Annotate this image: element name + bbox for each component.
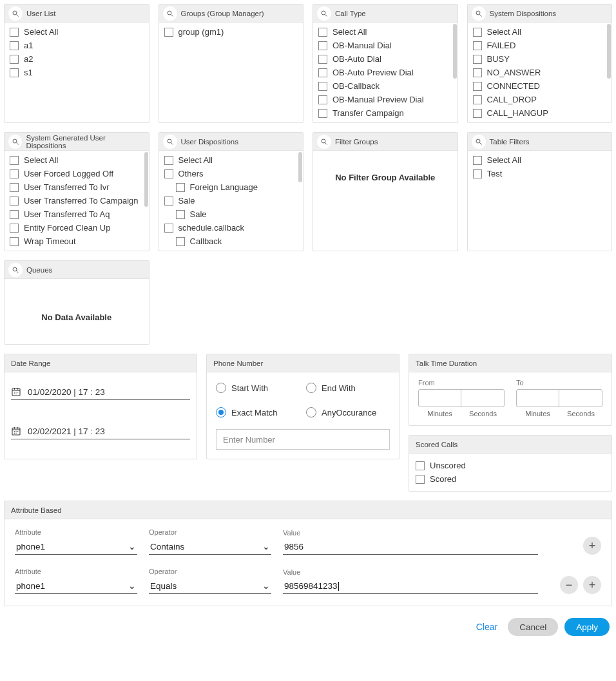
list-item[interactable]: OB-Callback (313, 79, 457, 93)
checkbox-icon[interactable] (10, 169, 19, 178)
radio-exact-match[interactable]: Exact Match (216, 407, 300, 417)
list-item[interactable]: Select All (468, 25, 612, 39)
search-icon[interactable] (472, 6, 486, 21)
radio-start-with[interactable]: Start With (216, 383, 300, 393)
clear-button[interactable]: Clear (472, 618, 501, 636)
operator-select[interactable]: Equals⌄ (149, 578, 271, 594)
list-item[interactable]: Callback (159, 235, 303, 248)
list-item[interactable]: User Transferred To Aq (5, 207, 149, 221)
radio-icon[interactable] (306, 407, 316, 417)
list-item[interactable]: BUSY (468, 52, 612, 66)
checkbox-icon[interactable] (473, 156, 482, 165)
add-row-button[interactable]: + (583, 576, 601, 594)
panel-body[interactable]: Select All Others Foreign Language Sale … (159, 151, 303, 251)
checkbox-icon[interactable] (176, 183, 185, 192)
checkbox-icon[interactable] (473, 28, 482, 37)
list-item[interactable]: Foreign Language (159, 180, 303, 194)
radio-any-occurance[interactable]: AnyOccurance (306, 407, 390, 417)
checkbox-icon[interactable] (473, 95, 482, 104)
search-icon[interactable] (163, 135, 177, 149)
list-item[interactable]: Select All (5, 25, 149, 39)
cancel-button[interactable]: Cancel (508, 618, 558, 636)
checkbox-icon[interactable] (10, 41, 19, 50)
checkbox-icon[interactable] (473, 68, 482, 77)
checkbox-icon[interactable] (10, 55, 19, 64)
list-item[interactable]: Entity Forced Clean Up (5, 221, 149, 235)
to-inputs[interactable] (516, 389, 602, 407)
radio-icon[interactable] (216, 383, 226, 393)
attribute-select[interactable]: phone1⌄ (15, 539, 137, 555)
checkbox-icon[interactable] (473, 82, 482, 91)
checkbox-icon[interactable] (318, 95, 327, 104)
radio-end-with[interactable]: End With (306, 383, 390, 393)
radio-icon[interactable] (306, 383, 316, 393)
list-item[interactable]: User Transferred To Ivr (5, 180, 149, 194)
list-item[interactable]: Others (159, 167, 303, 180)
date-to-input[interactable]: 02/02/2021 | 17 : 23 (11, 422, 190, 439)
checkbox-icon[interactable] (10, 224, 19, 233)
checkbox-icon[interactable] (473, 109, 482, 118)
list-item[interactable]: Wrap Timeout (5, 235, 149, 248)
value-input[interactable]: 9856 (283, 539, 538, 555)
search-icon[interactable] (317, 6, 331, 21)
list-item[interactable]: Test (468, 167, 612, 180)
add-row-button[interactable]: + (583, 537, 601, 555)
search-icon[interactable] (163, 6, 177, 21)
checkbox-icon[interactable] (10, 28, 19, 37)
list-item[interactable]: OB-Auto Preview Dial (313, 66, 457, 79)
list-item[interactable]: CALL_DROP (468, 93, 612, 106)
checkbox-icon[interactable] (164, 197, 173, 206)
checkbox-icon[interactable] (164, 28, 173, 37)
attribute-select[interactable]: phone1⌄ (15, 578, 137, 594)
panel-body[interactable]: Select All FAILED BUSY NO_ANSWER CONNECT… (468, 23, 612, 122)
checkbox-icon[interactable] (10, 156, 19, 165)
list-item[interactable]: User Transferred To Campaign (5, 194, 149, 207)
checkbox-icon[interactable] (10, 68, 19, 77)
list-item[interactable]: group (gm1) (159, 25, 303, 39)
checkbox-icon[interactable] (164, 156, 173, 165)
checkbox-icon[interactable] (473, 169, 482, 178)
date-from-input[interactable]: 01/02/2020 | 17 : 23 (11, 383, 190, 400)
search-icon[interactable] (8, 135, 22, 149)
checkbox-icon[interactable] (473, 41, 482, 50)
list-item[interactable]: Sale (159, 194, 303, 207)
number-input[interactable]: Enter Number (216, 429, 390, 450)
list-item[interactable]: Sale (159, 207, 303, 221)
list-item[interactable]: CONNECTED (468, 79, 612, 93)
panel-body[interactable]: Select All User Forced Logged Off User T… (5, 151, 149, 251)
checkbox-icon[interactable] (176, 237, 185, 246)
list-item[interactable]: Select All (313, 25, 457, 39)
search-icon[interactable] (317, 135, 331, 149)
checkbox-icon[interactable] (318, 109, 327, 118)
list-item[interactable]: Scored (410, 472, 610, 486)
checkbox-icon[interactable] (318, 28, 327, 37)
list-item[interactable]: User Forced Logged Off (5, 167, 149, 180)
checkbox-icon[interactable] (176, 210, 185, 219)
checkbox-icon[interactable] (416, 461, 425, 470)
value-input[interactable]: 98569841233 (283, 579, 538, 594)
list-item[interactable]: OB-Auto Dial (313, 52, 457, 66)
checkbox-icon[interactable] (318, 41, 327, 50)
checkbox-icon[interactable] (318, 82, 327, 91)
list-item[interactable]: OB-Manual Preview Dial (313, 93, 457, 106)
list-item[interactable]: a1 (5, 39, 149, 52)
checkbox-icon[interactable] (10, 237, 19, 246)
list-item[interactable]: Transfer Campaign (313, 106, 457, 120)
list-item[interactable]: FAILED (468, 39, 612, 52)
list-item[interactable]: OB-Manual Dial (313, 39, 457, 52)
list-item[interactable]: a2 (5, 52, 149, 66)
apply-button[interactable]: Apply (564, 618, 610, 636)
checkbox-icon[interactable] (318, 55, 327, 64)
checkbox-icon[interactable] (318, 68, 327, 77)
radio-icon[interactable] (216, 407, 226, 417)
checkbox-icon[interactable] (10, 197, 19, 206)
checkbox-icon[interactable] (164, 224, 173, 233)
search-icon[interactable] (472, 135, 486, 149)
checkbox-icon[interactable] (10, 183, 19, 192)
operator-select[interactable]: Contains⌄ (149, 539, 271, 555)
search-icon[interactable] (8, 6, 23, 21)
list-item[interactable]: Unscored (410, 459, 610, 472)
panel-body[interactable]: Select All OB-Manual Dial OB-Auto Dial O… (313, 23, 457, 122)
checkbox-icon[interactable] (416, 475, 425, 484)
checkbox-icon[interactable] (473, 55, 482, 64)
